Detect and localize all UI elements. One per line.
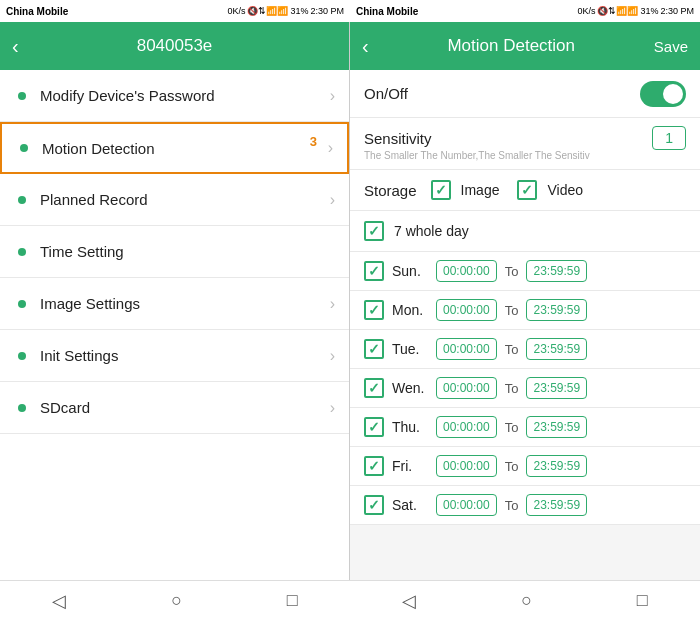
wen-checkbox[interactable]: ✓ (364, 378, 384, 398)
menu-arrow-init-settings: › (330, 347, 335, 365)
fri-end-time[interactable]: 23:59:59 (526, 455, 587, 477)
sat-start-time[interactable]: 00:00:00 (436, 494, 497, 516)
menu-item-planned-record[interactable]: Planned Record › (0, 174, 349, 226)
menu-item-image-settings[interactable]: Image Settings › (0, 278, 349, 330)
menu-dot-modify-password (18, 92, 26, 100)
menu-dot-time-setting (18, 248, 26, 256)
whole-day-checkbox[interactable]: ✓ (364, 221, 384, 241)
mon-label: Mon. (392, 302, 428, 318)
status-bar-right: China Mobile 0K/s 🔇⇅📶📶 31% 2:30 PM (350, 0, 700, 22)
sensitivity-sublabel: The Smaller The Number,The Smaller The S… (364, 150, 590, 161)
carrier-left: China Mobile (6, 6, 68, 17)
video-label: Video (547, 182, 583, 198)
wen-end-time[interactable]: 23:59:59 (526, 377, 587, 399)
mon-checkbox[interactable]: ✓ (364, 300, 384, 320)
menu-dot-planned-record (18, 196, 26, 204)
mon-to-label: To (505, 303, 519, 318)
status-bar-left: China Mobile 0K/s 🔇⇅📶📶 31% 2:30 PM (0, 0, 350, 22)
nav-home-button-right[interactable]: ○ (521, 590, 532, 611)
carrier-right: China Mobile (356, 6, 418, 17)
right-content: On/Off Sensitivity 1 The Smaller The Num… (350, 70, 700, 580)
menu-label-time-setting: Time Setting (40, 243, 335, 260)
menu-label-motion-detection: Motion Detection (42, 140, 328, 157)
menu-item-time-setting[interactable]: Time Setting (0, 226, 349, 278)
nav-back-button-right[interactable]: ◁ (402, 590, 416, 612)
thu-label: Thu. (392, 419, 428, 435)
on-off-label: On/Off (364, 85, 640, 102)
schedule-row-mon: ✓ Mon. 00:00:00 To 23:59:59 (350, 291, 700, 330)
left-panel-title: 8040053e (137, 36, 213, 56)
save-button[interactable]: Save (654, 38, 688, 55)
fri-label: Fri. (392, 458, 428, 474)
image-label: Image (461, 182, 500, 198)
image-checkbox[interactable]: ✓ (431, 180, 451, 200)
speed-right: 0K/s (577, 6, 595, 16)
menu-item-sdcard[interactable]: SDcard › (0, 382, 349, 434)
sat-end-time[interactable]: 23:59:59 (526, 494, 587, 516)
sat-checkbox[interactable]: ✓ (364, 495, 384, 515)
menu-label-init-settings: Init Settings (40, 347, 330, 364)
sun-start-time[interactable]: 00:00:00 (436, 260, 497, 282)
storage-row: Storage ✓ Image ✓ Video (350, 170, 700, 211)
status-icons-right: 0K/s 🔇⇅📶📶 31% 2:30 PM (577, 6, 694, 16)
thu-end-time[interactable]: 23:59:59 (526, 416, 587, 438)
wen-start-time[interactable]: 00:00:00 (436, 377, 497, 399)
status-bar: China Mobile 0K/s 🔇⇅📶📶 31% 2:30 PM China… (0, 0, 700, 22)
menu-dot-sdcard (18, 404, 26, 412)
speed-left: 0K/s (227, 6, 245, 16)
thu-checkbox[interactable]: ✓ (364, 417, 384, 437)
sun-checkbox[interactable]: ✓ (364, 261, 384, 281)
bottom-nav-right: ◁ ○ □ (350, 580, 700, 620)
menu-item-init-settings[interactable]: Init Settings › (0, 330, 349, 382)
menu-item-modify-password[interactable]: Modify Device's Password › (0, 70, 349, 122)
menu-item-motion-detection[interactable]: Motion Detection 3 › (0, 122, 349, 174)
sensitivity-value[interactable]: 1 (652, 126, 686, 150)
wen-label: Wen. (392, 380, 428, 396)
left-header: ‹ 8040053e (0, 22, 349, 70)
video-checkbox[interactable]: ✓ (517, 180, 537, 200)
schedule-row-sat: ✓ Sat. 00:00:00 To 23:59:59 (350, 486, 700, 525)
nav-home-button-left[interactable]: ○ (171, 590, 182, 611)
on-off-toggle[interactable] (640, 81, 686, 107)
sun-label: Sun. (392, 263, 428, 279)
mon-start-time[interactable]: 00:00:00 (436, 299, 497, 321)
storage-label: Storage (364, 182, 417, 199)
schedule-row-fri: ✓ Fri. 00:00:00 To 23:59:59 (350, 447, 700, 486)
sun-end-time[interactable]: 23:59:59 (526, 260, 587, 282)
mon-end-time[interactable]: 23:59:59 (526, 299, 587, 321)
sat-to-label: To (505, 498, 519, 513)
menu-label-planned-record: Planned Record (40, 191, 330, 208)
signal-icons-left: 🔇⇅📶📶 (247, 6, 288, 16)
left-back-button[interactable]: ‹ (12, 35, 19, 58)
thu-start-time[interactable]: 00:00:00 (436, 416, 497, 438)
menu-arrow-image-settings: › (330, 295, 335, 313)
menu-label-sdcard: SDcard (40, 399, 330, 416)
menu-dot-init-settings (18, 352, 26, 360)
fri-to-label: To (505, 459, 519, 474)
menu-arrow-motion-detection: › (328, 139, 333, 157)
right-back-button[interactable]: ‹ (362, 35, 369, 58)
fri-start-time[interactable]: 00:00:00 (436, 455, 497, 477)
tue-checkbox[interactable]: ✓ (364, 339, 384, 359)
menu-arrow-sdcard: › (330, 399, 335, 417)
menu-dot-motion-detection (20, 144, 28, 152)
sensitivity-row: Sensitivity 1 The Smaller The Number,The… (350, 118, 700, 170)
tue-to-label: To (505, 342, 519, 357)
battery-left: 31% (290, 6, 308, 16)
nav-recents-button-right[interactable]: □ (637, 590, 648, 611)
right-panel-title: Motion Detection (447, 36, 575, 56)
nav-back-button-left[interactable]: ◁ (52, 590, 66, 612)
menu-dot-image-settings (18, 300, 26, 308)
menu-badge-motion-detection: 3 (310, 134, 317, 149)
tue-end-time[interactable]: 23:59:59 (526, 338, 587, 360)
tue-label: Tue. (392, 341, 428, 357)
sensitivity-label: Sensitivity (364, 130, 652, 147)
sat-label: Sat. (392, 497, 428, 513)
fri-checkbox[interactable]: ✓ (364, 456, 384, 476)
schedule-row-wen: ✓ Wen. 00:00:00 To 23:59:59 (350, 369, 700, 408)
nav-recents-button-left[interactable]: □ (287, 590, 298, 611)
tue-start-time[interactable]: 00:00:00 (436, 338, 497, 360)
battery-right: 31% (640, 6, 658, 16)
bottom-nav-left: ◁ ○ □ (0, 580, 350, 620)
menu-label-image-settings: Image Settings (40, 295, 330, 312)
